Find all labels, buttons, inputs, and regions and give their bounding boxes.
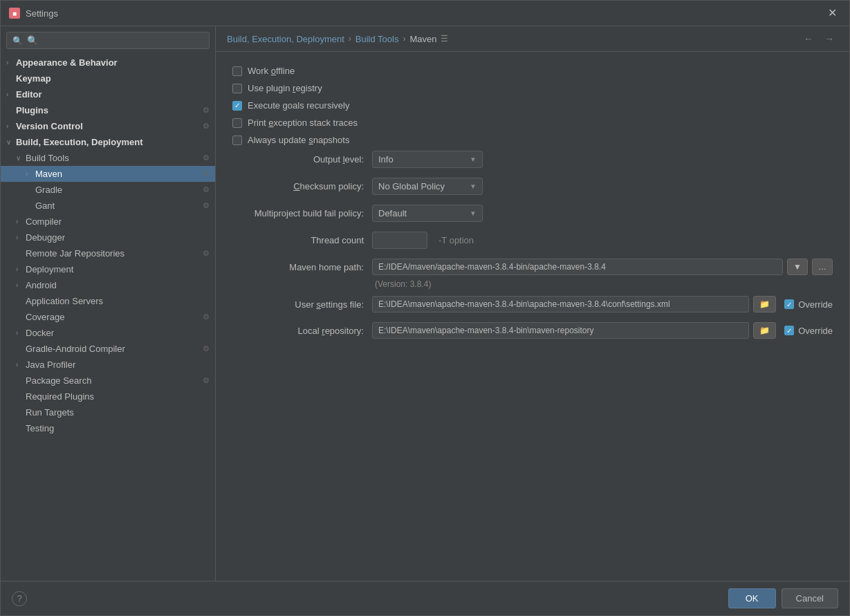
sidebar-item-plugins[interactable]: Plugins ⚙ [1,102,215,118]
sidebar-item-build-tools[interactable]: ∨ Build Tools ⚙ [1,150,215,166]
sidebar-item-label: Appearance & Behavior [16,57,118,68]
use-plugin-registry-label: Use plugin registry [248,83,322,93]
action-buttons: OK Cancel [728,588,838,608]
multiproject-policy-value: Default [378,208,407,218]
sidebar-item-coverage[interactable]: Coverage ⚙ [1,309,215,325]
thread-count-input[interactable] [372,232,427,249]
sidebar-item-label: Coverage [26,312,64,322]
sidebar-item-label: Maven [35,169,62,179]
sidebar-item-debugger[interactable]: › Debugger [1,230,215,245]
user-settings-override: Override [784,299,833,310]
sidebar-item-java-profiler[interactable]: › Java Profiler [1,357,215,373]
arrow-icon: › [16,234,26,241]
sidebar-item-keymap[interactable]: Keymap [1,71,215,86]
dropdown-arrow-icon: ▼ [470,209,477,217]
sidebar-item-build-exec[interactable]: ∨ Build, Execution, Deployment [1,134,215,150]
sidebar-item-package-search[interactable]: Package Search ⚙ [1,373,215,389]
use-plugin-registry-checkbox[interactable] [232,84,242,93]
settings-icon: ⚙ [203,344,210,353]
sidebar-item-android[interactable]: › Android [1,277,215,293]
search-input[interactable] [27,35,203,46]
sidebar-item-gradle-android[interactable]: Gradle-Android Compiler ⚙ [1,341,215,357]
t-option-label: -T option [438,235,474,245]
maven-home-dropdown-btn[interactable]: ▼ [787,259,808,275]
always-update-row: Always update snapshots [232,135,833,145]
close-button[interactable]: ✕ [824,6,841,20]
multiproject-policy-dropdown[interactable]: Default ▼ [372,205,483,222]
sidebar-item-label: Compiler [26,216,62,227]
work-offline-checkbox[interactable] [232,66,242,76]
output-level-label: Output level: [232,154,364,165]
sidebar-item-label: Gradle [35,185,62,195]
local-repository-label: Local repository: [232,326,364,336]
maven-home-input[interactable] [372,259,783,275]
user-settings-row: User settings file: 📁 Override [232,296,833,312]
settings-icon: ⚙ [203,312,210,321]
sidebar-item-label: Required Plugins [26,391,94,402]
breadcrumb-build-exec[interactable]: Build, Execution, Deployment [227,34,344,44]
local-repository-input[interactable] [372,322,749,339]
local-repository-browse-btn[interactable]: 📁 [753,322,776,339]
app-icon: ■ [9,8,20,19]
arrow-icon: › [6,122,16,130]
sidebar-item-label: Android [26,280,57,290]
print-exception-checkbox[interactable] [232,118,242,128]
back-button[interactable]: ← [800,32,817,46]
sidebar-item-required-plugins[interactable]: Required Plugins [1,389,215,404]
sidebar-item-gradle[interactable]: Gradle ⚙ [1,182,215,198]
user-settings-override-checkbox[interactable] [784,299,794,309]
user-settings-browse-btn[interactable]: 📁 [753,296,776,312]
sidebar-item-docker[interactable]: › Docker [1,325,215,341]
user-settings-input[interactable] [372,296,749,312]
sidebar-item-app-servers[interactable]: Application Servers [1,293,215,309]
use-plugin-registry-row: Use plugin registry [232,83,833,93]
arrow-icon: ∨ [16,154,26,162]
settings-icon: ⚙ [203,106,210,115]
sidebar-item-label: Editor [16,89,42,100]
forward-button[interactable]: → [820,32,838,46]
sidebar-item-remote-jar[interactable]: Remote Jar Repositories ⚙ [1,245,215,261]
checksum-policy-row: Checksum policy: No Global Policy ▼ [232,178,833,195]
sidebar-item-label: Build Tools [26,153,69,163]
sidebar-item-run-targets[interactable]: Run Targets [1,404,215,420]
local-repository-row: Local repository: 📁 Override [232,322,833,339]
sidebar-item-version-control[interactable]: › Version Control ⚙ [1,118,215,134]
arrow-icon: › [16,218,26,225]
sidebar-item-testing[interactable]: Testing [1,420,215,436]
help-button[interactable]: ? [12,591,27,606]
local-repository-override-checkbox[interactable] [784,326,794,335]
execute-goals-label: Execute goals recursively [248,100,349,111]
output-level-dropdown[interactable]: Info ▼ [372,151,483,168]
execute-goals-checkbox[interactable] [232,101,242,111]
sidebar-item-label: Debugger [26,232,65,243]
sidebar-item-appearance[interactable]: › Appearance & Behavior [1,55,215,71]
sidebar-item-maven[interactable]: › Maven ⚙ [1,166,215,182]
always-update-checkbox[interactable] [232,136,242,145]
breadcrumb-build-tools[interactable]: Build Tools [355,34,399,44]
maven-home-browse-btn[interactable]: … [812,259,833,275]
thread-count-label: Thread count [232,235,364,245]
sidebar-item-label: Deployment [26,264,73,274]
cancel-button[interactable]: Cancel [782,588,838,608]
sidebar-item-gant[interactable]: Gant ⚙ [1,198,215,214]
bottom-bar: ? OK Cancel [1,581,849,615]
title-bar: ■ Settings ✕ [1,1,849,26]
arrow-icon: › [16,281,26,289]
user-settings-label: User settings file: [232,299,364,310]
arrow-icon: › [16,329,26,337]
checksum-policy-label: Checksum policy: [232,181,364,192]
output-level-value: Info [378,154,394,165]
maven-version-hint: (Version: 3.8.4) [375,279,431,289]
sidebar-item-label: Testing [26,423,54,433]
sidebar-item-editor[interactable]: › Editor [1,86,215,102]
sidebar-item-label: Gant [35,200,55,211]
breadcrumb-menu-icon[interactable]: ☰ [441,34,448,44]
checksum-policy-dropdown[interactable]: No Global Policy ▼ [372,178,483,195]
sidebar-tree: › Appearance & Behavior Keymap › Editor … [1,55,215,581]
sidebar-item-deployment[interactable]: › Deployment [1,261,215,277]
search-box[interactable]: 🔍 [6,32,210,49]
ok-button[interactable]: OK [728,588,776,608]
output-level-row: Output level: Info ▼ [232,151,833,168]
sidebar-item-compiler[interactable]: › Compiler [1,214,215,230]
settings-dialog: ■ Settings ✕ 🔍 › Appearance & Behavior K… [0,0,850,616]
